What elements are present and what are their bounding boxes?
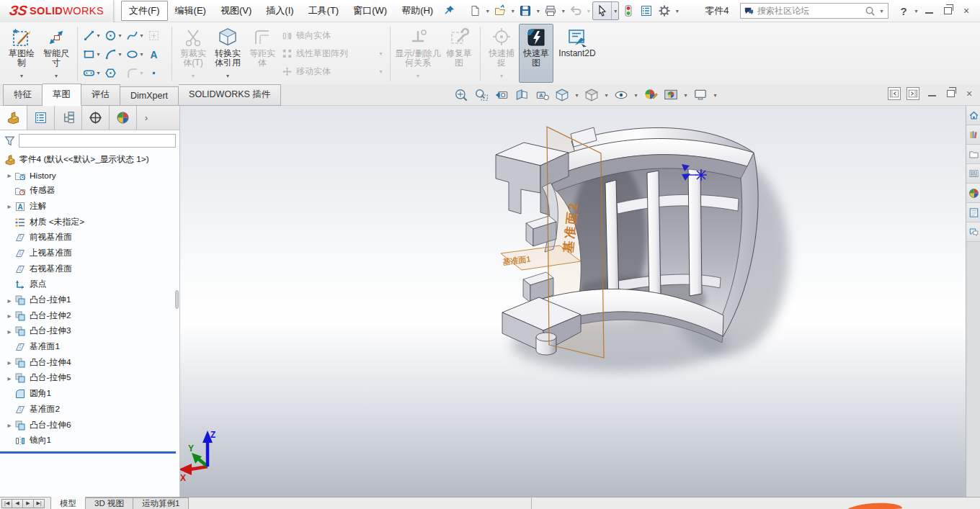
custom-properties-button[interactable]: [966, 203, 980, 222]
arc-caret[interactable]: ▾: [117, 51, 123, 58]
print-caret[interactable]: ▾: [560, 8, 566, 14]
expand-arrow[interactable]: ▸: [4, 421, 14, 429]
tab-features[interactable]: 特征: [3, 84, 43, 106]
tab-configuration-manager[interactable]: [55, 106, 82, 130]
rectangle-tool-icon[interactable]: [83, 48, 95, 60]
sketch-caret[interactable]: ▾: [19, 71, 25, 82]
tab-evaluate[interactable]: 评估: [81, 84, 120, 106]
file-explorer-button[interactable]: [966, 145, 980, 164]
hide-show-items-button[interactable]: [612, 86, 630, 104]
tab-3d-views[interactable]: 3D 视图: [86, 497, 133, 509]
collapse-panel-left-button[interactable]: [888, 87, 901, 100]
expand-arrow[interactable]: ▸: [4, 297, 14, 305]
menu-help[interactable]: 帮助(H): [394, 1, 440, 20]
options-caret[interactable]: ▾: [674, 8, 680, 14]
tab-motion-study[interactable]: 运动算例1: [133, 497, 189, 509]
select-button[interactable]: [594, 2, 611, 19]
expand-arrow[interactable]: ▸: [4, 312, 14, 320]
design-library-button[interactable]: [966, 125, 980, 145]
tab-dimxpert[interactable]: DimXpert: [120, 86, 179, 106]
save-caret[interactable]: ▾: [535, 8, 541, 14]
graphics-viewport[interactable]: 基准面2 基准面1 X Y Z: [180, 106, 966, 497]
nav-last-button[interactable]: ▶|: [34, 499, 45, 508]
arc-tool-icon[interactable]: [104, 48, 117, 60]
tree-root[interactable]: 零件4 (默认<<默认>_显示状态 1>): [0, 152, 179, 168]
tree-item-plane2[interactable]: 基准面2: [0, 402, 179, 418]
ellipse-tool-icon[interactable]: [126, 48, 138, 60]
nav-first-button[interactable]: |◀: [1, 499, 12, 508]
circle-caret[interactable]: ▾: [117, 32, 123, 39]
line-tool-icon[interactable]: [83, 30, 95, 42]
open-caret[interactable]: ▾: [509, 8, 516, 14]
slot-caret[interactable]: ▾: [95, 70, 102, 76]
tree-item-top-plane[interactable]: 上视基准面: [0, 246, 179, 261]
doc-minimize-button[interactable]: [925, 87, 938, 100]
menu-edit[interactable]: 编辑(E): [168, 1, 213, 20]
search-box[interactable]: ▾: [740, 3, 888, 19]
search-caret[interactable]: ▾: [878, 8, 885, 14]
tab-display-manager[interactable]: [110, 106, 137, 130]
tree-item-front-plane[interactable]: 前视基准面: [0, 230, 179, 246]
display-options-button[interactable]: [638, 2, 655, 19]
tree-item-sensors[interactable]: 传感器: [0, 183, 179, 199]
tree-item-right-plane[interactable]: 右视基准面: [0, 261, 179, 277]
circle-tool-icon[interactable]: [104, 30, 117, 42]
help-button[interactable]: ?: [894, 3, 913, 19]
hide-show-caret[interactable]: ▾: [633, 92, 639, 99]
apply-scene-caret[interactable]: ▾: [682, 92, 689, 99]
search-input[interactable]: [757, 6, 862, 16]
annotation-views-button[interactable]: [533, 86, 551, 104]
section-view-button[interactable]: [513, 86, 530, 104]
sketch-button[interactable]: 草图绘制 ▾: [4, 24, 39, 83]
menu-file[interactable]: 文件(F): [121, 1, 168, 21]
zoom-area-button[interactable]: [473, 86, 490, 104]
expand-arrow[interactable]: ▸: [4, 374, 14, 382]
point-tool-icon[interactable]: [148, 67, 160, 79]
expand-panel-tabs-arrow[interactable]: ›: [137, 106, 156, 130]
slot-tool-icon[interactable]: [83, 67, 95, 79]
nav-prev-button[interactable]: ◀: [12, 499, 23, 508]
rectangle-caret[interactable]: ▾: [95, 51, 102, 58]
line-caret[interactable]: ▾: [95, 32, 102, 39]
select-caret[interactable]: ▾: [611, 2, 618, 19]
rollback-bar[interactable]: [0, 451, 176, 454]
new-document-button[interactable]: [466, 2, 484, 19]
view-palette-button[interactable]: [966, 164, 980, 184]
pin-menu-icon[interactable]: [443, 4, 456, 17]
menu-insert[interactable]: 插入(I): [259, 1, 300, 20]
doc-restore-button[interactable]: [944, 87, 957, 100]
apply-scene-button[interactable]: [662, 86, 680, 104]
restore-button[interactable]: [938, 3, 957, 19]
tree-item-fillet1[interactable]: 圆角1: [0, 386, 179, 402]
tree-item-annotations[interactable]: ▸注解: [0, 199, 179, 215]
tree-item-extrude3[interactable]: ▸凸台-拉伸3: [0, 324, 179, 340]
previous-view-button[interactable]: [493, 86, 510, 104]
doc-close-button[interactable]: ×: [963, 87, 976, 100]
rebuild-button[interactable]: [620, 2, 637, 19]
panel-splitter-handle[interactable]: [175, 290, 179, 309]
view-orientation-button[interactable]: [553, 86, 571, 104]
tree-item-extrude1[interactable]: ▸凸台-拉伸1: [0, 292, 179, 308]
display-style-caret[interactable]: ▾: [603, 92, 610, 99]
tab-property-manager[interactable]: [27, 106, 55, 130]
tree-item-extrude2[interactable]: ▸凸台-拉伸2: [0, 308, 179, 324]
tree-item-mirror1[interactable]: 镜向1: [0, 433, 179, 449]
tree-item-extrude4[interactable]: ▸凸台-拉伸4: [0, 355, 179, 371]
collapse-panel-right-button[interactable]: [906, 87, 919, 100]
expand-arrow[interactable]: ▸: [4, 171, 14, 179]
view-settings-button[interactable]: [692, 86, 709, 104]
tab-dimxpert-manager[interactable]: [82, 106, 110, 130]
new-document-caret[interactable]: ▾: [484, 8, 491, 14]
tab-sketch[interactable]: 草图: [43, 84, 81, 106]
menu-view[interactable]: 视图(V): [213, 1, 259, 20]
appearances-scenes-button[interactable]: [966, 184, 980, 203]
smart-dimension-caret[interactable]: ▾: [53, 71, 60, 82]
fillet-caret[interactable]: ▾: [138, 70, 145, 76]
view-orientation-caret[interactable]: ▾: [574, 92, 580, 99]
convert-entities-button[interactable]: 转换实体引用 ▾: [210, 24, 245, 83]
forum-button[interactable]: [966, 222, 980, 242]
text-tool-icon[interactable]: [148, 48, 160, 60]
print-button[interactable]: [542, 2, 559, 19]
tree-item-extrude6[interactable]: ▸凸台-拉伸6: [0, 418, 179, 433]
sketch-fillet-icon[interactable]: [126, 67, 138, 79]
